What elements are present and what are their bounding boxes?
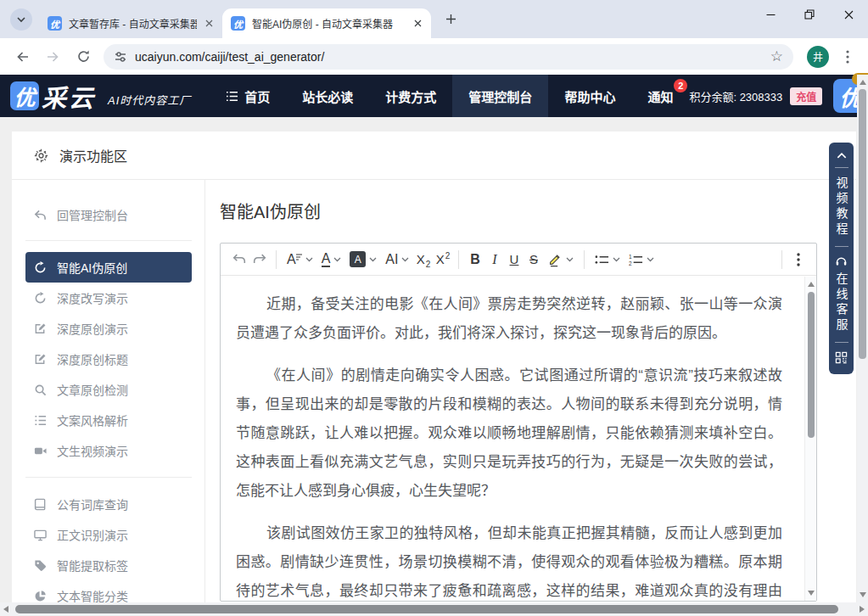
list-icon (226, 91, 238, 102)
undo-button[interactable] (229, 249, 249, 271)
toolbar-separator (276, 250, 277, 269)
video-tutorial-button[interactable]: 视频教程 (836, 176, 848, 238)
forward-button[interactable] (39, 43, 66, 70)
sidebar-item-label: 文案风格解析 (57, 412, 128, 428)
nav-item-pricing[interactable]: 计费方式 (369, 75, 452, 117)
sidebar-item-extract-tags[interactable]: 智能提取标签 (25, 550, 192, 580)
editor-paragraph: 该剧试图效仿王家卫的独特风格，但却未能真正把握其精髓，反而让人感到更加困惑。剧情… (236, 519, 782, 600)
strikethrough-button[interactable]: S (524, 249, 543, 271)
nav-item-notifications[interactable]: 通知 2 (631, 75, 689, 117)
tab-search-button[interactable] (10, 8, 32, 31)
font-size-label: A (287, 252, 296, 267)
chevron-down-icon (613, 257, 620, 262)
browser-tab-1[interactable]: 优 文章暂存库 - 自动文章采集器-伪 (39, 8, 222, 38)
scroll-down-arrow[interactable] (808, 591, 815, 596)
points-balance: 积分余额: 2308333 (689, 88, 782, 104)
browser-tab-2-active[interactable]: 优 智能AI伪原创 - 自动文章采集器 (222, 8, 431, 38)
panel-divider (835, 342, 848, 343)
svg-text:2: 2 (629, 260, 632, 265)
browser-profile-avatar[interactable]: 井 (807, 46, 829, 68)
refresh-icon (34, 261, 47, 274)
new-tab-button[interactable] (440, 8, 462, 30)
chevron-down-icon (401, 257, 409, 262)
letter-case-dropdown[interactable]: AI (381, 249, 413, 271)
toolbar-separator (458, 250, 459, 269)
font-size-dropdown[interactable]: A (283, 249, 317, 271)
book-icon (34, 498, 47, 511)
sidebar-item-originality-check[interactable]: 文章原创检测 (25, 374, 192, 405)
card-header: 演示功能区 (12, 132, 856, 180)
window-close-button[interactable] (829, 0, 868, 29)
browser-menu-kebab-icon[interactable] (837, 43, 858, 70)
scroll-up-arrow[interactable] (860, 80, 866, 85)
nav-item-console[interactable]: 管理控制台 (452, 75, 548, 117)
nav-item-label: 管理控制台 (468, 87, 532, 105)
scroll-right-arrow[interactable] (860, 606, 865, 613)
subscript-button[interactable]: X2 (413, 249, 433, 271)
ordered-list-icon (34, 414, 47, 427)
notification-badge: 2 (674, 79, 687, 92)
bold-button[interactable]: B (465, 249, 484, 271)
window-minimize-button[interactable] (751, 0, 790, 29)
editor-paragraph: 近期，备受关注的电影《在人间》票房走势突然逆转，赵丽颖、张一山等一众演员遭遇了众… (236, 290, 782, 348)
editor-content-area[interactable]: 近期，备受关注的电影《在人间》票房走势突然逆转，赵丽颖、张一山等一众演员遭遇了众… (221, 276, 816, 600)
redo-button[interactable] (249, 249, 270, 271)
bullet-list-dropdown[interactable] (591, 249, 624, 271)
font-color-dropdown[interactable]: A (317, 249, 346, 271)
back-button[interactable] (8, 43, 36, 70)
site-logo[interactable]: 优 采云 (10, 78, 96, 114)
sidebar-item-label: 深度原创标题 (57, 350, 128, 367)
vertical-scrollbar-thumb[interactable] (859, 89, 866, 359)
sidebar-item-text-to-video[interactable]: 文生视频演示 (25, 435, 192, 466)
sidebar-divider (25, 240, 192, 241)
scroll-left-arrow[interactable] (3, 606, 8, 613)
window-restore-button[interactable] (790, 0, 829, 29)
sidebar-item-label: 文章原创检测 (57, 381, 128, 398)
horizontal-scrollbar-thumb[interactable] (15, 605, 838, 613)
bookmark-star-icon[interactable]: ☆ (770, 48, 783, 65)
refresh-icon (34, 292, 47, 305)
demo-main: 智能AI伪原创 A A (204, 180, 856, 615)
sidebar-item-ai-rewrite[interactable]: 智能AI伪原创 (25, 252, 192, 283)
nav-item-label: 站长必读 (302, 87, 353, 105)
scroll-down-arrow[interactable] (860, 592, 866, 597)
qr-code-icon[interactable] (835, 351, 848, 364)
superscript-button[interactable]: X2 (433, 249, 452, 271)
underline-button[interactable]: U (504, 249, 524, 271)
more-options-kebab-icon[interactable] (788, 249, 808, 271)
nav-item-label: 首页 (244, 87, 270, 105)
recharge-button[interactable]: 充值 (790, 87, 822, 105)
chevron-down-icon (333, 257, 341, 262)
nav-item-help[interactable]: 帮助中心 (548, 75, 631, 117)
url-omnibox[interactable]: ucaiyun.com/caiji/test_ai_generator/ ☆ (104, 44, 793, 70)
sidebar-item-lexicon-query[interactable]: 公有词库查询 (25, 489, 192, 519)
subscript-digit: 2 (426, 260, 431, 269)
editor-scrollbar-thumb[interactable] (808, 292, 815, 438)
ordered-list-dropdown[interactable]: 12 (624, 249, 658, 271)
fill-color-dropdown[interactable]: A (345, 249, 381, 271)
tab-close-icon[interactable] (202, 17, 216, 31)
chevron-up-icon[interactable] (837, 153, 847, 159)
online-service-button[interactable]: 在线客服 (836, 272, 848, 333)
scroll-up-arrow[interactable] (808, 282, 815, 287)
chevron-down-icon (566, 257, 574, 262)
sidebar-item-body-recognition[interactable]: 正文识别演示 (25, 519, 192, 550)
sidebar-item-label: 智能提取标签 (57, 557, 128, 574)
site-settings-icon[interactable] (114, 50, 127, 64)
tab-close-icon[interactable] (411, 17, 424, 31)
sidebar-item-deep-rewrite[interactable]: 深度改写演示 (25, 283, 192, 313)
nav-item-must-read[interactable]: 站长必读 (286, 75, 369, 117)
sidebar-item-original-title[interactable]: 深度原创标题 (25, 344, 192, 374)
chevron-down-icon (647, 257, 654, 262)
reload-button[interactable] (70, 43, 97, 70)
sidebar-item-label: 公有词库查询 (57, 496, 128, 512)
sidebar-item-deep-original[interactable]: 深度原创演示 (25, 313, 192, 344)
sidebar-item-style-analysis[interactable]: 文案风格解析 (25, 405, 192, 435)
nav-item-home[interactable]: 首页 (210, 75, 286, 117)
site-navbar: 优 采云 AI时代内容工厂 首页 站长必读 计费方式 管理控制台 帮助中心 通知… (0, 75, 868, 117)
sidebar-back-to-console[interactable]: 回管理控制台 (25, 200, 192, 229)
chevron-down-icon (305, 257, 313, 262)
italic-button[interactable]: I (484, 249, 504, 271)
url-text[interactable]: ucaiyun.com/caiji/test_ai_generator/ (135, 50, 764, 64)
highlight-dropdown[interactable] (543, 249, 578, 271)
